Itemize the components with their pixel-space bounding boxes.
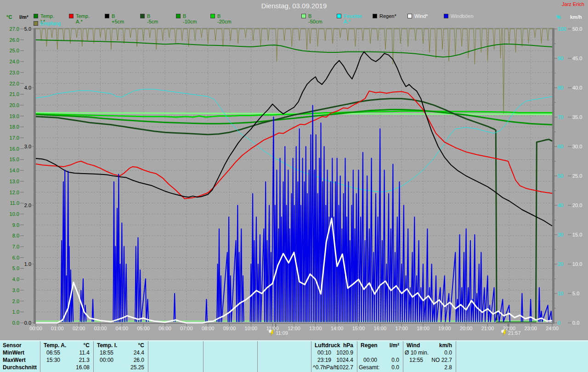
series-gusts (113, 174, 127, 321)
temp-axis-tick: 24.0 (4, 59, 19, 64)
hour-axis-tick: 08:00 (198, 326, 218, 331)
rain-axis-tick: 4.0 (21, 85, 31, 90)
temp-axis-tick: 21.0 (4, 92, 19, 97)
stat-value: 1024.4 (311, 357, 353, 363)
hour-axis-tick: 14:00 (327, 326, 347, 331)
stat-value: 0.0 (403, 349, 452, 356)
stat-value: 21.3 (40, 357, 90, 363)
kmh-axis-tick: 0.0 (572, 321, 579, 326)
hour-axis-tick: 18:00 (413, 326, 433, 331)
stat-row-label: MaxWert (3, 357, 26, 363)
stat-group-unit: °C (40, 342, 90, 349)
hour-axis-tick: 19:00 (435, 326, 455, 331)
temp-axis-tick: 9.0 (4, 223, 19, 228)
stat-value: 0.0 (357, 357, 399, 363)
kmh-axis-tick: 10.0 (572, 262, 582, 267)
pct-axis-tick: 90 (558, 56, 563, 61)
stat-value: 16.08 (40, 364, 90, 371)
pct-axis-tick: 70 (558, 115, 563, 120)
hour-axis-tick: 06:00 (155, 326, 175, 331)
temp-axis-tick: 26.0 (4, 38, 19, 43)
hour-axis-tick: 00:00 (26, 326, 46, 331)
hour-axis-tick: 03:00 (90, 326, 111, 331)
weather-plot (0, 0, 588, 340)
temp-axis-tick: 12.0 (4, 190, 19, 195)
rain-axis-tick: 1.0 (21, 262, 31, 267)
temp-axis-tick: 13.0 (4, 179, 19, 184)
weather-chart-app: Dienstag, 03.09.2019 Jarz Erich °C l/m² … (0, 0, 588, 372)
temp-axis-tick: 7.0 (4, 244, 19, 249)
rain-axis-tick: 3.0 (21, 144, 31, 149)
kmh-axis-tick: 30.0 (572, 144, 582, 149)
series-gusts (206, 299, 207, 322)
temp-axis-tick: 14.0 (4, 168, 19, 173)
temp-axis-tick: 16.0 (4, 147, 19, 152)
table-separator (203, 341, 204, 372)
temp-axis-tick: 3.0 (4, 288, 19, 293)
pct-axis-tick: 50 (558, 174, 563, 179)
table-separator (148, 341, 148, 372)
stat-value: 2.8 (403, 364, 452, 371)
series-gusts (135, 237, 148, 321)
stat-value: 11.4 (40, 349, 90, 356)
hour-axis-tick: 09:00 (220, 326, 240, 331)
temp-axis-tick: 8.0 (4, 233, 19, 238)
temp-axis-tick: 6.0 (4, 255, 19, 260)
bottom-stats-table: SensorMinWertMaxWertDurchschnittTemp. A.… (0, 340, 588, 372)
hour-axis-tick: 07:00 (176, 326, 197, 331)
rain-axis-tick: 2.0 (21, 203, 31, 208)
temp-axis-tick: 15.0 (4, 157, 19, 162)
temp-axis-tick: 22.0 (4, 81, 19, 86)
temp-axis-tick: 2.0 (4, 299, 19, 304)
hour-axis-tick: 01:00 (47, 326, 68, 331)
event-marker-time: 21:57 (508, 330, 521, 336)
pct-axis-tick: 30 (558, 232, 563, 237)
stat-row-label: MinWert (3, 349, 24, 356)
hour-axis-tick: 15:00 (349, 326, 369, 331)
hour-axis-tick: 10:00 (241, 326, 261, 331)
hour-axis-tick: 24:00 (542, 326, 562, 331)
series-gusts (538, 287, 552, 321)
temp-axis-tick: 5.0 (4, 266, 19, 271)
temp-axis-tick: 25.0 (4, 48, 19, 53)
stat-value: 26.0 (93, 357, 144, 363)
hour-axis-tick: 21:00 (478, 326, 498, 331)
temp-axis-tick: 23.0 (4, 70, 19, 75)
temp-axis-tick: 18.0 (4, 124, 19, 130)
hour-axis-tick: 13:00 (305, 326, 326, 331)
hour-axis-tick: 23:00 (520, 326, 541, 331)
pct-axis-tick: 20 (558, 262, 563, 267)
hour-axis-tick: 16:00 (370, 326, 390, 331)
pct-axis-tick: 80 (558, 85, 563, 90)
kmh-axis-tick: 35.0 (572, 115, 582, 120)
stat-value: NO 22.7 (403, 357, 452, 363)
event-marker-time: 11:09 (276, 330, 288, 336)
hour-axis-tick: 05:00 (133, 326, 153, 331)
stat-value: 1020.9 (311, 349, 353, 356)
kmh-axis-tick: 5.0 (572, 291, 579, 296)
hour-axis-tick: 04:00 (112, 326, 132, 331)
temp-axis-tick: 10.0 (4, 212, 19, 217)
stat-row-label: Durchschnitt (3, 364, 37, 371)
temp-axis-tick: 0.0 (4, 321, 19, 326)
temp-axis-tick: 11.0 (4, 201, 19, 206)
temp-axis-tick: 19.0 (4, 114, 19, 119)
pct-axis-tick: 60 (558, 144, 563, 149)
pct-axis-tick: 0 (558, 321, 560, 326)
temp-axis-tick: 1.0 (4, 310, 19, 315)
table-separator (456, 341, 456, 372)
kmh-axis-tick: 25.0 (572, 174, 582, 179)
kmh-axis-tick: 20.0 (572, 203, 582, 208)
temp-axis-tick: 4.0 (4, 277, 19, 282)
pct-axis-tick: 10 (558, 291, 563, 296)
series-gusts (80, 279, 86, 321)
hour-axis-tick: 02:00 (69, 326, 89, 331)
hour-axis-tick: 17:00 (391, 326, 412, 331)
stat-group-unit: l/m² (357, 342, 399, 349)
rain-axis-tick: 5.0 (21, 27, 31, 32)
stat-group-unit: hPa (311, 342, 353, 349)
pct-axis-tick: 40 (558, 203, 563, 208)
stat-group-unit: km/h (403, 342, 452, 349)
kmh-axis-tick: 40.0 (572, 85, 582, 90)
pct-axis-tick: 100 (558, 27, 566, 32)
